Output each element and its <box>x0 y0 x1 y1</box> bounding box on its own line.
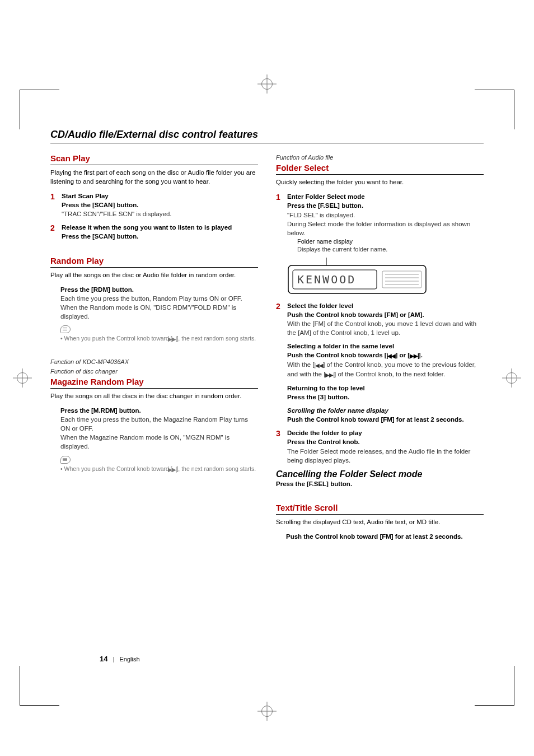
crop-mark-tl <box>20 90 59 129</box>
text: ] or [ <box>395 352 410 358</box>
left-column: Scan Play Playing the first part of each… <box>50 153 258 556</box>
function-note: Function of disc changer <box>50 367 258 376</box>
cancel-folder-select-action: Press the [F.SEL] button. <box>276 480 352 487</box>
magazine-random-play-text2: When the Magazine Random mode is ON, "MG… <box>60 433 258 451</box>
same-level-text: With the [|◀◀] of the Control knob, you … <box>287 360 484 379</box>
step-action: Press the [F.SEL] button. <box>287 201 484 210</box>
folder-select-step-1: 1 Enter Folder Select mode Press the [F.… <box>276 192 484 296</box>
step-number: 2 <box>276 301 283 424</box>
random-play-text2: When the Random mode is ON, "DISC RDM"/"… <box>60 303 258 321</box>
step-action: Press the Control knob. <box>287 437 484 446</box>
random-play-action: Press the [RDM] button. <box>60 285 258 294</box>
random-play-note: • When you push the Control knob toward … <box>50 334 258 343</box>
note-icon <box>60 325 71 333</box>
text: ]. <box>419 352 423 358</box>
lcd-display-illustration: KENWOOD <box>287 258 484 295</box>
step-text: "FLD SEL" is displayed. <box>287 211 484 220</box>
same-level-action: Push the Control knob towards [|◀◀] or [… <box>287 351 484 360</box>
folder-name-display-sub: Displays the current folder name. <box>287 245 484 254</box>
scan-play-block: Scan Play Playing the first part of each… <box>50 153 258 241</box>
return-top-action: Press the [3] button. <box>287 393 484 402</box>
scan-play-intro: Playing the first part of each song on t… <box>50 169 258 186</box>
page-section-title: CD/Audio file/External disc control feat… <box>50 129 484 143</box>
crop-mark-bl <box>20 666 59 706</box>
text: With the [ <box>287 361 315 368</box>
crop-mark-br <box>475 666 514 706</box>
note-text: • When you push the Control knob toward … <box>60 335 172 342</box>
step-action: Press the [SCAN] button. <box>62 200 258 209</box>
random-play-intro: Play all the songs on the disc or Audio … <box>50 271 258 280</box>
magazine-random-play-heading: Magazine Random Play <box>50 377 258 389</box>
lcd-text: KENWOOD <box>297 273 356 286</box>
step-number: 3 <box>276 428 283 464</box>
next-track-icon: ▶▶| <box>410 352 419 360</box>
page-language: English <box>119 656 139 662</box>
magazine-random-play-action: Press the [M.RDM] button. <box>60 406 258 415</box>
footer-separator: | <box>113 656 115 662</box>
prev-track-icon: |◀◀ <box>315 362 324 370</box>
text-title-scroll-heading: Text/Title Scroll <box>276 503 484 515</box>
magazine-random-play-note: • When you push the Control knob toward … <box>50 465 258 474</box>
step-title: Enter Folder Select mode <box>287 192 484 201</box>
right-column: Function of Audio file Folder Select Qui… <box>276 153 484 556</box>
step-text: The Folder Select mode releases, and the… <box>287 447 484 465</box>
random-play-heading: Random Play <box>50 256 258 268</box>
prev-track-icon: |◀◀ <box>387 352 396 360</box>
step-title: Select the folder level <box>287 301 484 310</box>
step-action: Push the Control knob towards [FM] or [A… <box>287 310 484 319</box>
note-icon <box>60 456 71 464</box>
step-number: 1 <box>50 192 57 218</box>
return-top-title: Returning to the top level <box>287 384 484 393</box>
step-text: During Select mode the folder informatio… <box>287 220 484 237</box>
step-title: Start Scan Play <box>62 192 258 200</box>
magazine-random-play-intro: Play the songs on all the discs in the d… <box>50 392 258 401</box>
note-text: • When you push the Control knob toward … <box>60 465 172 472</box>
note-text: ], the next random song starts. <box>176 335 256 342</box>
registration-mark-left <box>17 372 28 384</box>
scroll-folder-action: Push the Control knob toward [FM] for at… <box>287 415 484 424</box>
step-text: "TRAC SCN"/"FILE SCN" is displayed. <box>62 209 258 218</box>
function-note: Function of Audio file <box>276 153 484 162</box>
text-title-scroll-action: Push the Control knob toward [FM] for at… <box>286 532 484 541</box>
cancel-folder-select-title: Cancelling the Folder Select mode <box>276 469 484 479</box>
svg-rect-3 <box>382 271 421 288</box>
folder-select-step-3: 3 Decide the folder to play Press the Co… <box>276 428 484 464</box>
step-number: 2 <box>50 223 57 241</box>
text: Push the Control knob towards [ <box>287 352 387 358</box>
text: ] of the Control knob, to the next folde… <box>334 371 445 377</box>
crop-mark-tr <box>475 90 514 129</box>
next-track-icon: ▶▶| <box>325 371 334 379</box>
note-text: ], the next random song starts. <box>176 465 256 472</box>
random-play-text1: Each time you press the button, Random P… <box>60 294 258 303</box>
step-text: With the [FM] of the Control knob, you m… <box>287 319 484 337</box>
registration-mark-top <box>261 78 273 90</box>
text-title-scroll-block: Text/Title Scroll Scrolling the displaye… <box>276 503 484 542</box>
scan-play-step-2: 2 Release it when the song you want to l… <box>50 223 258 241</box>
folder-select-block: Function of Audio file Folder Select Qui… <box>276 153 484 488</box>
folder-select-step-2: 2 Select the folder level Push the Contr… <box>276 301 484 424</box>
magazine-random-play-block: Function of KDC-MP4036AX Function of dis… <box>50 358 258 473</box>
page-footer: 14 | English <box>100 655 140 663</box>
step-action: Press the [SCAN] button. <box>62 232 258 241</box>
step-title: Release it when the song you want to lis… <box>62 223 258 232</box>
folder-select-intro: Quickly selecting the folder you want to… <box>276 178 484 187</box>
scroll-folder-title: Scrolling the folder name display <box>287 406 484 415</box>
folder-select-heading: Folder Select <box>276 163 484 175</box>
registration-mark-bottom <box>261 706 273 717</box>
scan-play-step-1: 1 Start Scan Play Press the [SCAN] butto… <box>50 192 258 218</box>
page-number: 14 <box>100 655 107 663</box>
scan-play-heading: Scan Play <box>50 153 258 165</box>
step-number: 1 <box>276 192 283 296</box>
text-title-scroll-intro: Scrolling the displayed CD text, Audio f… <box>276 518 484 527</box>
folder-name-display-label: Folder name display <box>287 237 484 245</box>
random-play-block: Random Play Play all the songs on the di… <box>50 256 258 343</box>
function-note: Function of KDC-MP4036AX <box>50 358 258 366</box>
registration-mark-right <box>506 372 517 384</box>
same-level-title: Selecting a folder in the same level <box>287 342 484 351</box>
step-title: Decide the folder to play <box>287 428 484 437</box>
magazine-random-play-text1: Each time you press the button, the Maga… <box>60 415 258 433</box>
